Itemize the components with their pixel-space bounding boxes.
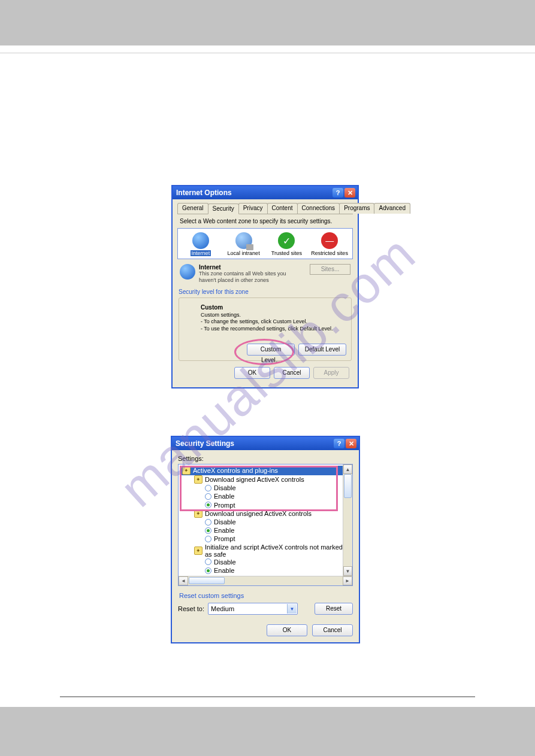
option-enable[interactable]: Enable	[181, 526, 343, 535]
scroll-up-icon[interactable]: ▲	[343, 464, 352, 474]
radio-icon[interactable]	[205, 527, 211, 534]
gear-icon: ✦	[194, 509, 202, 518]
zones-list: Internet Local intranet ✓ Trusted sites …	[177, 228, 353, 259]
scroll-right-icon[interactable]: ►	[343, 576, 352, 585]
radio-icon[interactable]	[205, 536, 211, 542]
zone-detail-line1: This zone contains all Web sites you	[199, 271, 286, 277]
page-footer-line	[60, 696, 475, 697]
zone-internet-label: Internet	[191, 250, 211, 256]
zone-detail-name: Internet	[199, 264, 221, 271]
security-level-label: Security level for this zone	[179, 289, 353, 295]
setting-download-unsigned: ✦ Download unsigned ActiveX controls	[181, 509, 343, 518]
custom-line1: Custom settings.	[201, 312, 345, 319]
option-label: Enable	[214, 566, 234, 575]
setting-label: Initialize and script ActiveX controls n…	[205, 544, 343, 558]
reset-to-label: Reset to:	[178, 605, 204, 612]
default-level-button[interactable]: Default Level	[298, 344, 346, 356]
tab-connections[interactable]: Connections	[297, 203, 340, 214]
ok-button[interactable]: OK	[234, 367, 270, 379]
security-level-box: Custom Custom settings. - To change the …	[179, 297, 352, 361]
dialog-title: Security Settings	[176, 439, 333, 448]
sites-button: Sites...	[310, 264, 350, 275]
radio-icon[interactable]	[205, 485, 211, 491]
settings-label: Settings:	[178, 455, 353, 462]
help-icon[interactable]: ?	[333, 188, 343, 198]
dialog-title: Internet Options	[176, 189, 331, 197]
close-icon[interactable]: ✕	[344, 188, 355, 198]
dialog-titlebar[interactable]: Internet Options ? ✕	[173, 186, 358, 199]
category-label: ActiveX controls and plug-ins	[193, 467, 278, 474]
scroll-thumb[interactable]	[189, 577, 225, 584]
reset-button[interactable]: Reset	[315, 603, 353, 615]
zone-detail-line2: haven't placed in other zones	[199, 277, 286, 284]
tab-general[interactable]: General	[177, 203, 208, 214]
radio-icon[interactable]	[205, 519, 211, 526]
zone-restricted-label: Restricted sites	[311, 250, 348, 256]
option-label: Disable	[214, 558, 236, 566]
option-disable[interactable]: Disable	[181, 518, 343, 526]
reset-to-select[interactable]: Medium ▼	[208, 603, 298, 615]
category-activex[interactable]: ✦ ActiveX controls and plug-ins	[181, 466, 343, 475]
gear-icon: ✦	[182, 466, 191, 475]
radio-icon[interactable]	[205, 567, 211, 574]
tab-privacy[interactable]: Privacy	[238, 203, 268, 214]
reset-to-value: Medium	[211, 605, 234, 612]
internet-options-dialog: Internet Options ? ✕ General Security Pr…	[171, 185, 359, 388]
option-prompt[interactable]: Prompt	[181, 501, 343, 509]
tab-advanced[interactable]: Advanced	[374, 203, 410, 214]
custom-title: Custom	[201, 304, 345, 311]
scroll-left-icon[interactable]: ◄	[179, 576, 188, 585]
zone-instruction: Select a Web content zone to specify its…	[180, 218, 350, 224]
intranet-icon	[235, 232, 252, 249]
option-prompt[interactable]: Prompt	[181, 535, 343, 543]
option-disable[interactable]: Disable	[181, 558, 343, 566]
settings-listbox[interactable]: ✦ ActiveX controls and plug-ins ✦ Downlo…	[178, 464, 353, 586]
setting-download-signed: ✦ Download signed ActiveX controls	[181, 475, 343, 484]
option-enable[interactable]: Enable	[181, 566, 343, 575]
vertical-scrollbar[interactable]: ▲ ▼	[343, 464, 352, 576]
reset-section-label: Reset custom settings	[179, 592, 353, 599]
page-bottom-band	[0, 707, 535, 756]
scroll-thumb[interactable]	[344, 474, 352, 498]
custom-level-button[interactable]: Custom Level...	[247, 344, 295, 356]
gear-icon: ✦	[194, 475, 202, 484]
zone-detail: Internet This zone contains all Web site…	[180, 264, 350, 284]
option-label: Prompt	[214, 535, 235, 543]
setting-init-script: ✦ Initialize and script ActiveX controls…	[181, 544, 343, 558]
help-icon[interactable]: ?	[334, 439, 344, 448]
chevron-down-icon[interactable]: ▼	[287, 604, 297, 614]
zone-restricted-sites[interactable]: — Restricted sites	[309, 232, 350, 256]
zone-internet[interactable]: Internet	[180, 232, 221, 256]
globe-icon	[180, 264, 195, 280]
option-label: Disable	[214, 518, 236, 526]
cancel-button[interactable]: Cancel	[312, 624, 353, 636]
radio-icon[interactable]	[205, 502, 211, 508]
custom-line3: - To use the recommended settings, click…	[201, 326, 345, 333]
tab-security[interactable]: Security	[208, 204, 239, 214]
page-hr	[0, 53, 535, 53]
tab-programs[interactable]: Programs	[339, 203, 374, 214]
zone-local-intranet[interactable]: Local intranet	[223, 232, 264, 256]
horizontal-scrollbar[interactable]: ◄ ►	[179, 576, 352, 585]
apply-button: Apply	[313, 367, 349, 379]
close-icon[interactable]: ✕	[346, 439, 356, 448]
tab-content[interactable]: Content	[267, 203, 298, 214]
cancel-button[interactable]: Cancel	[274, 367, 310, 379]
tab-strip: General Security Privacy Content Connect…	[177, 203, 353, 214]
zone-trusted-label: Trusted sites	[271, 250, 302, 256]
ok-button[interactable]: OK	[267, 624, 307, 636]
page-top-band	[0, 0, 535, 45]
setting-label: Download signed ActiveX controls	[205, 476, 304, 483]
option-label: Enable	[214, 526, 234, 535]
scroll-down-icon[interactable]: ▼	[343, 566, 352, 576]
radio-icon[interactable]	[205, 493, 211, 500]
setting-label: Download unsigned ActiveX controls	[205, 510, 312, 517]
option-enable[interactable]: Enable	[181, 492, 343, 500]
option-disable[interactable]: Disable	[181, 484, 343, 492]
gear-icon: ✦	[194, 546, 202, 555]
radio-icon[interactable]	[205, 558, 211, 565]
dialog-titlebar[interactable]: Security Settings ? ✕	[172, 437, 359, 450]
globe-icon	[192, 232, 209, 249]
zone-trusted-sites[interactable]: ✓ Trusted sites	[267, 232, 307, 256]
option-label: Prompt	[214, 501, 235, 509]
